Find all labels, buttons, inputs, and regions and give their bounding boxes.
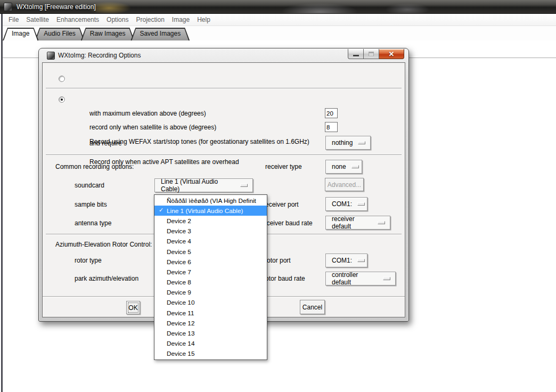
menu-file[interactable]: File	[5, 14, 22, 26]
menu-item-label: Device 5	[167, 248, 191, 256]
rotor-baud-dropdown[interactable]: controller default	[325, 272, 396, 285]
rotor-type-label: rotor type	[75, 257, 102, 264]
menu-item-label: Device 6	[167, 258, 191, 266]
menu-item-label: Device 7	[167, 268, 191, 276]
min-elevation-input[interactable]	[325, 122, 338, 132]
sample-bits-label: sample bits	[75, 201, 107, 208]
menu-item-label: Device 11	[167, 309, 194, 317]
maximize-button	[364, 49, 379, 59]
antenna-type-label: antenna type	[75, 219, 111, 227]
receiver-type-dropdown[interactable]: none	[325, 160, 362, 174]
menu-item-device-9[interactable]: Device 9	[154, 288, 267, 298]
tab-audio-files-label: Audio Files	[35, 28, 84, 40]
checkmark-icon: ✓	[159, 207, 163, 214]
menubar: File Satellite Enhancements Options Proj…	[3, 14, 556, 26]
tab-raw-images[interactable]: Raw Images	[81, 28, 135, 40]
window-titlebar[interactable]: WXtoImg [Freeware edition]	[0, 0, 556, 14]
window-title: WXtoImg [Freeware edition]	[17, 3, 96, 11]
menu-item-label: Device 15	[167, 350, 194, 357]
minimize-button[interactable]	[348, 49, 364, 59]
max-elevation-label: with maximum elevation above (degrees)	[89, 110, 206, 117]
menu-item-device-5[interactable]: Device 5	[154, 247, 267, 257]
rotor-port-label: rotor port	[265, 257, 291, 264]
max-elevation-input[interactable]	[325, 108, 338, 118]
ok-button-label: OK	[128, 304, 137, 312]
require-dropdown[interactable]: nothing	[325, 136, 371, 150]
rotor-port-value: COM1:	[332, 257, 352, 264]
menu-item-device-3[interactable]: Device 3	[154, 226, 267, 236]
optionmenu-indicator-icon	[358, 141, 365, 144]
menu-item-device-2[interactable]: Device 2	[154, 216, 267, 226]
menu-item-label: Device 3	[167, 227, 191, 235]
receiver-baud-dropdown[interactable]: receiver default	[325, 216, 390, 230]
optionmenu-indicator-icon	[357, 259, 365, 262]
menu-item-label: Device 2	[167, 217, 191, 225]
optionmenu-indicator-icon	[240, 184, 248, 187]
tab-saved-images[interactable]: Saved Images	[130, 28, 190, 40]
tab-audio-files[interactable]: Audio Files	[35, 28, 84, 40]
menu-item-line1[interactable]: ✓ Line 1 (Virtual Audio Cable)	[154, 206, 267, 216]
menu-satellite[interactable]: Satellite	[22, 14, 53, 26]
menu-item-device-4[interactable]: Device 4	[154, 236, 267, 247]
soundcard-dropdown[interactable]: Line 1 (Virtual Audio Cable)	[154, 178, 253, 192]
optionmenu-indicator-icon	[383, 277, 390, 280]
menu-item-device-11[interactable]: Device 11	[154, 308, 267, 318]
menu-projection[interactable]: Projection	[132, 14, 168, 26]
dialog-window-buttons: ✕	[348, 49, 404, 59]
window-left-border	[1, 14, 3, 392]
optionmenu-indicator-icon	[351, 165, 359, 168]
receiver-type-label: receiver type	[265, 163, 302, 170]
soundcard-label: soundcard	[75, 182, 104, 189]
menu-item-device-8[interactable]: Device 8	[154, 277, 267, 288]
dialog-title: WXtoImg: Recording Options	[58, 52, 141, 59]
rotor-baud-label: rotor baud rate	[263, 275, 305, 282]
cancel-button[interactable]: Cancel	[300, 300, 325, 314]
receiver-baud-value: receiver default	[332, 215, 372, 230]
menu-help[interactable]: Help	[193, 14, 214, 26]
common-options-label: Common recording options:	[55, 163, 134, 170]
menu-item-label: Device 12	[167, 320, 194, 327]
min-elevation-label: record only when satellite is above (deg…	[89, 124, 216, 131]
close-button[interactable]: ✕	[379, 49, 404, 59]
apt-radio[interactable]	[59, 96, 65, 103]
menu-item-device-7[interactable]: Device 7	[154, 267, 267, 277]
separator	[46, 154, 402, 156]
optionmenu-indicator-icon	[357, 202, 365, 206]
wefax-radio[interactable]	[59, 76, 65, 82]
cancel-button-label: Cancel	[302, 304, 322, 311]
screen: { "app": { "title": "WXtoImg [Freeware e…	[0, 0, 556, 392]
menu-item-device-6[interactable]: Device 6	[154, 257, 267, 267]
menu-item-device-13[interactable]: Device 13	[154, 328, 267, 338]
advanced-button-label: Advanced...	[328, 181, 361, 189]
receiver-port-dropdown[interactable]: COM1:	[325, 197, 367, 211]
park-azimuth-label: park azimuth/elevation	[75, 275, 138, 282]
tab-raw-images-label: Raw Images	[81, 28, 135, 40]
receiver-type-value: none	[332, 163, 346, 170]
app-icon	[4, 3, 12, 11]
rotor-section-label: Aziumuth-Elevation Rotor Control:	[55, 241, 152, 248]
menu-item-device-12[interactable]: Device 12	[154, 318, 267, 328]
advanced-button: Advanced...	[325, 178, 364, 191]
receiver-port-value: COM1:	[332, 200, 352, 208]
menu-item-device-15[interactable]: Device 15	[154, 349, 267, 359]
ok-button[interactable]: OK	[126, 301, 140, 314]
menu-image[interactable]: Image	[168, 14, 193, 26]
menu-item-label: Ñòåðåî ìèêøåð (VIA High Definit	[167, 197, 256, 205]
dialog-icon	[47, 52, 55, 60]
minimize-icon	[353, 55, 359, 56]
receiver-port-label: receiver port	[263, 201, 299, 208]
tab-image[interactable]: Image	[3, 28, 38, 40]
rotor-baud-value: controller default	[332, 271, 378, 286]
menu-options[interactable]: Options	[103, 14, 132, 26]
rotor-port-dropdown[interactable]: COM1:	[325, 254, 367, 267]
require-label: and require	[89, 140, 122, 147]
menu-item-device-14[interactable]: Device 14	[154, 339, 267, 349]
menu-enhancements[interactable]: Enhancements	[53, 14, 103, 26]
soundcard-value: Line 1 (Virtual Audio Cable)	[161, 178, 235, 193]
soundcard-popup-menu: Ñòåðåî ìèêøåð (VIA High Definit ✓ Line 1…	[154, 194, 267, 360]
require-dropdown-value: nothing	[332, 139, 353, 146]
menu-item-stereo-mixer[interactable]: Ñòåðåî ìèêøåð (VIA High Definit	[154, 195, 267, 206]
menu-item-label: Device 10	[167, 299, 194, 306]
menu-item-device-10[interactable]: Device 10	[154, 298, 267, 308]
menu-item-label: Device 13	[167, 330, 194, 337]
